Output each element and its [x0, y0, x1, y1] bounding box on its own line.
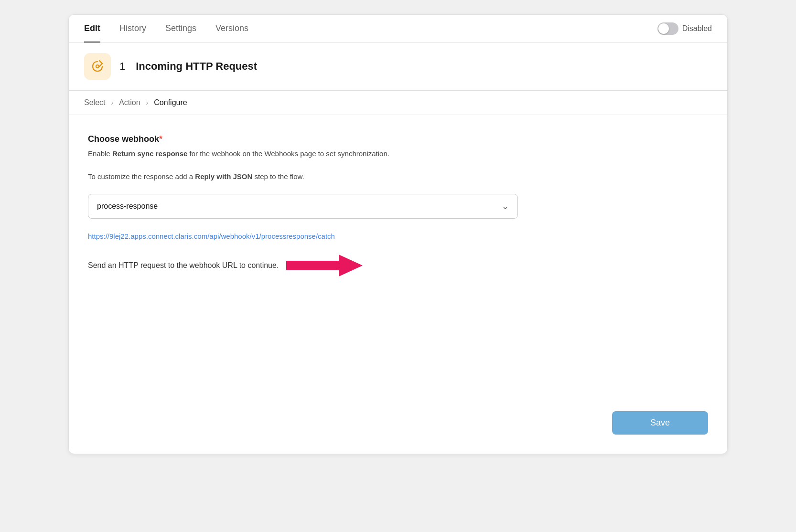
svg-marker-1 [286, 255, 363, 277]
tab-bar: Edit History Settings Versions Disabled [69, 15, 727, 43]
webhook-section-title: Choose webhook* [88, 134, 708, 144]
tab-settings[interactable]: Settings [165, 15, 196, 42]
disabled-toggle[interactable] [657, 22, 678, 35]
toggle-knob [658, 23, 669, 34]
save-button[interactable]: Save [612, 411, 708, 435]
tab-edit[interactable]: Edit [84, 15, 100, 42]
step-title: Incoming HTTP Request [136, 60, 257, 73]
step-number: 1 [119, 60, 125, 73]
breadcrumb-chevron-1: › [111, 99, 113, 106]
breadcrumb: Select › Action › Configure [69, 91, 727, 115]
required-marker: * [159, 134, 162, 144]
section-description-2: To customize the response add a Reply wi… [88, 171, 708, 182]
main-container: Edit History Settings Versions Disabled … [68, 14, 728, 454]
chevron-down-icon: ⌄ [502, 201, 509, 212]
breadcrumb-select[interactable]: Select [84, 98, 105, 107]
http-request-container: Send an HTTP request to the webhook URL … [88, 254, 708, 277]
arrow-icon [286, 254, 363, 277]
svg-point-0 [96, 65, 99, 68]
toggle-label: Disabled [682, 24, 712, 33]
pink-arrow [286, 254, 363, 277]
webhook-url-link[interactable]: https://9lej22.apps.connect.claris.com/a… [88, 232, 708, 240]
bold-reply-json: Reply with JSON [195, 172, 252, 181]
toggle-container: Disabled [657, 22, 712, 35]
breadcrumb-configure[interactable]: Configure [154, 98, 187, 107]
breadcrumb-chevron-2: › [146, 99, 149, 106]
content-area: Choose webhook* Enable Return sync respo… [69, 115, 727, 402]
breadcrumb-action[interactable]: Action [119, 98, 140, 107]
button-area: Save [69, 402, 727, 454]
webhook-dropdown[interactable]: process-response ⌄ [88, 194, 518, 219]
http-request-text: Send an HTTP request to the webhook URL … [88, 261, 279, 270]
step-icon [84, 53, 111, 80]
tab-bar-right: Disabled [657, 22, 712, 35]
step-header: 1 Incoming HTTP Request [69, 43, 727, 91]
tab-versions[interactable]: Versions [215, 15, 248, 42]
tab-history[interactable]: History [119, 15, 146, 42]
bold-return-sync: Return sync response [112, 149, 188, 158]
section-description-1: Enable Return sync response for the webh… [88, 148, 708, 160]
webhook-icon [90, 59, 105, 74]
tab-bar-left: Edit History Settings Versions [84, 15, 248, 42]
dropdown-selected-value: process-response [97, 202, 158, 211]
